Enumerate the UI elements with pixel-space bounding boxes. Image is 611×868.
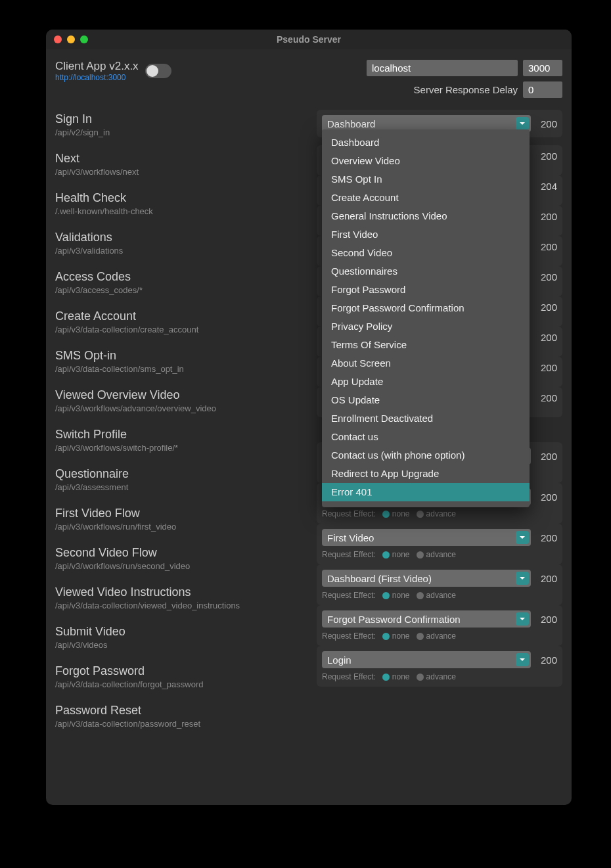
- endpoint-item[interactable]: Viewed Overview Video /api/v3/workflows/…: [55, 388, 311, 413]
- request-effect-none[interactable]: none: [382, 509, 410, 518]
- endpoint-path: /api/v3/assessment: [55, 482, 311, 492]
- chevron-down-icon: [516, 531, 529, 544]
- server-delay-row: Server Response Delay: [414, 81, 562, 98]
- close-window-button[interactable]: [54, 35, 62, 43]
- status-code: 200: [536, 614, 557, 625]
- request-effect-none[interactable]: none: [382, 591, 410, 600]
- dropdown-option[interactable]: Forgot Password Confirmation: [322, 299, 530, 317]
- request-effect-label: Request Effect:: [322, 672, 376, 681]
- dropdown-option[interactable]: Second Video: [322, 244, 530, 262]
- endpoint-item[interactable]: Sign In /api/v2/sign_in: [55, 112, 311, 137]
- endpoint-name: Password Reset: [55, 704, 311, 718]
- dropdown-option[interactable]: Forgot Password: [322, 281, 530, 299]
- endpoint-path: /api/v3/workflows/run/second_video: [55, 561, 311, 571]
- endpoint-item[interactable]: Next /api/v3/workflows/next: [55, 152, 311, 177]
- endpoint-item[interactable]: Switch Profile /api/v3/workflows/switch-…: [55, 428, 311, 453]
- dropdown-option[interactable]: OS Update: [322, 391, 530, 409]
- endpoint-name: Switch Profile: [55, 428, 311, 442]
- status-code: 200: [536, 211, 557, 222]
- response-select[interactable]: Forgot Password Confirmation: [322, 610, 531, 628]
- status-code: 200: [536, 241, 557, 252]
- titlebar: Pseudo Server: [46, 30, 572, 49]
- select-value: Forgot Password Confirmation: [327, 614, 461, 625]
- request-effect-none[interactable]: none: [382, 672, 410, 681]
- status-code: 200: [536, 451, 557, 462]
- request-effect-advance[interactable]: advance: [417, 509, 456, 518]
- endpoint-name: Submit Video: [55, 625, 311, 639]
- response-select[interactable]: Login: [322, 651, 531, 668]
- endpoint-name: SMS Opt-in: [55, 349, 311, 363]
- endpoint-item[interactable]: Create Account /api/v3/data-collection/c…: [55, 309, 311, 334]
- response-dropdown[interactable]: DashboardOverview VideoSMS Opt InCreate …: [322, 129, 530, 507]
- minimize-window-button[interactable]: [67, 35, 75, 43]
- columns: Sign In /api/v2/sign_inNext /api/v3/work…: [55, 110, 562, 729]
- status-code: 200: [536, 532, 557, 543]
- endpoint-name: First Video Flow: [55, 507, 311, 520]
- dropdown-option[interactable]: Overview Video: [322, 152, 530, 170]
- endpoint-name: Forgot Password: [55, 664, 311, 678]
- request-effect-advance[interactable]: advance: [417, 550, 456, 559]
- dropdown-option[interactable]: First Video: [322, 225, 530, 244]
- select-value: Dashboard: [327, 118, 375, 129]
- endpoint-path: /api/v3/data-collection/create_account: [55, 325, 311, 334]
- endpoint-item[interactable]: Password Reset /api/v3/data-collection/p…: [55, 704, 311, 729]
- endpoint-name: Viewed Overview Video: [55, 388, 311, 402]
- select-value: Dashboard (First Video): [327, 573, 432, 584]
- status-code: 204: [536, 181, 557, 192]
- endpoint-item[interactable]: Health Check /.well-known/health-check: [55, 191, 311, 216]
- dropdown-option[interactable]: Contact us: [322, 428, 530, 446]
- chevron-down-icon: [516, 117, 529, 130]
- response-row: Dashboard (First Video) 200 Request Effe…: [317, 564, 562, 605]
- response-select[interactable]: Dashboard (First Video): [322, 570, 531, 587]
- client-url-link[interactable]: http://localhost:3000: [55, 73, 139, 82]
- endpoint-item[interactable]: Questionnaire /api/v3/assessment: [55, 467, 311, 492]
- endpoint-name: Validations: [55, 231, 311, 244]
- dropdown-option[interactable]: Terms Of Service: [322, 336, 530, 354]
- client-toggle[interactable]: [145, 64, 171, 78]
- dropdown-option[interactable]: Create Account: [322, 189, 530, 207]
- port-input[interactable]: [523, 60, 562, 76]
- chevron-down-icon: [516, 572, 529, 585]
- dropdown-option[interactable]: SMS Opt In: [322, 170, 530, 189]
- request-effect-label: Request Effect:: [322, 550, 376, 559]
- dropdown-option[interactable]: Dashboard: [322, 133, 530, 152]
- request-effect-advance[interactable]: advance: [417, 591, 456, 600]
- endpoint-item[interactable]: Submit Video /api/v3/videos: [55, 625, 311, 650]
- endpoint-item[interactable]: Validations /api/v3/validations: [55, 231, 311, 256]
- endpoint-item[interactable]: Second Video Flow /api/v3/workflows/run/…: [55, 546, 311, 571]
- request-effect-none[interactable]: none: [382, 550, 410, 559]
- delay-input[interactable]: [523, 81, 562, 98]
- request-effect-advance[interactable]: advance: [417, 631, 456, 641]
- dropdown-option[interactable]: Error 401: [322, 483, 530, 501]
- dropdown-option[interactable]: Privacy Policy: [322, 317, 530, 336]
- header-row: Client App v2.x.x http://localhost:3000 …: [55, 60, 562, 98]
- endpoint-path: /api/v3/validations: [55, 246, 311, 256]
- dropdown-option[interactable]: Redirect to App Upgrade: [322, 465, 530, 483]
- request-effect-none[interactable]: none: [382, 631, 410, 641]
- dropdown-option[interactable]: Error 404: [322, 501, 530, 507]
- endpoint-path: /.well-known/health-check: [55, 206, 311, 216]
- chevron-down-icon: [516, 612, 529, 626]
- endpoint-item[interactable]: SMS Opt-in /api/v3/data-collection/sms_o…: [55, 349, 311, 374]
- dropdown-option[interactable]: App Update: [322, 373, 530, 391]
- request-effect-label: Request Effect:: [322, 591, 376, 600]
- responses-column: Dashboard 200 DashboardOverview VideoSMS…: [317, 110, 562, 729]
- dropdown-option[interactable]: Questionnaires: [322, 262, 530, 281]
- endpoint-item[interactable]: Access Codes /api/v3/access_codes/*: [55, 270, 311, 295]
- endpoint-path: /api/v3/access_codes/*: [55, 285, 311, 295]
- zoom-window-button[interactable]: [80, 35, 88, 43]
- dropdown-option[interactable]: About Screen: [322, 354, 530, 373]
- dropdown-option[interactable]: General Instructions Video: [322, 207, 530, 225]
- dropdown-option[interactable]: Enrollment Deactivated: [322, 409, 530, 428]
- request-effect-advance[interactable]: advance: [417, 672, 456, 681]
- host-input[interactable]: [367, 60, 518, 76]
- endpoint-name: Questionnaire: [55, 467, 311, 481]
- response-select[interactable]: First Video: [322, 529, 531, 546]
- endpoint-path: /api/v3/workflows/switch-profile/*: [55, 443, 311, 453]
- status-code: 200: [536, 150, 557, 162]
- endpoint-item[interactable]: Forgot Password /api/v3/data-collection/…: [55, 664, 311, 689]
- dropdown-option[interactable]: Contact us (with phone option): [322, 446, 530, 465]
- status-code: 200: [536, 118, 557, 129]
- endpoint-item[interactable]: First Video Flow /api/v3/workflows/run/f…: [55, 507, 311, 532]
- endpoint-item[interactable]: Viewed Video Instructions /api/v3/data-c…: [55, 585, 311, 610]
